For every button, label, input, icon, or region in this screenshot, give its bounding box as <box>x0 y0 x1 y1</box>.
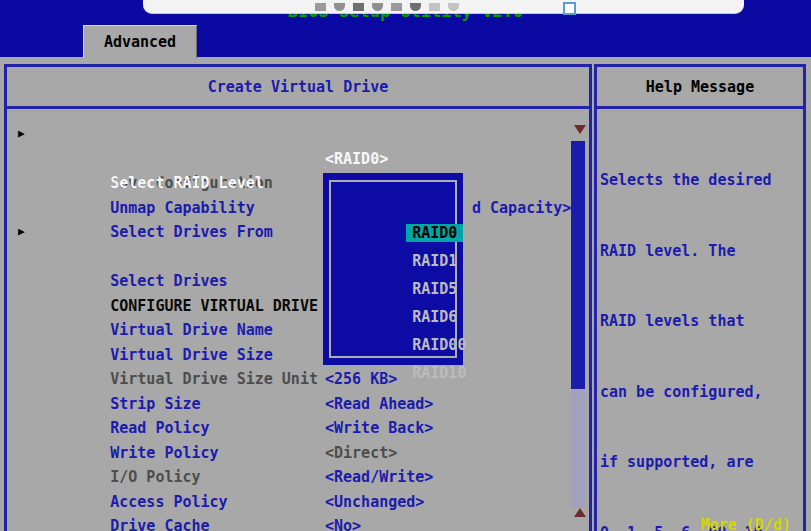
select-raid-level-value[interactable]: <RAID0> <box>325 147 388 172</box>
more-indicator: More (D/d) <box>701 516 791 531</box>
menu-item-select-drives-from[interactable]: Select Drives From d Capacity> <box>7 196 589 221</box>
io-policy-value: <Direct> <box>325 441 397 466</box>
raid-level-dropdown-list: RAID0 RAID1 RAID5 RAID6 RAID00 RAID10 <box>329 180 457 358</box>
menu-item-read-policy[interactable]: Read Policy <Read Ahead> <box>7 392 589 417</box>
help-text: Selects the desired RAID level. The RAID… <box>597 109 803 531</box>
select-drives-from-value-fragment: d Capacity> <box>472 196 571 221</box>
menu-item-write-policy[interactable]: Write Policy <Write Back> <box>7 416 589 441</box>
menu-item-select-drives[interactable]: ▶ Select Drives <box>7 220 589 245</box>
section-header-configure-virtual-drive: CONFIGURE VIRTUAL DRIVE PAR <box>7 269 589 294</box>
drive-cache-value[interactable]: <Unchanged> <box>325 490 424 515</box>
panel-title: Create Virtual Drive <box>7 67 589 109</box>
menu-item-virtual-drive-name[interactable]: Virtual Drive Name <box>7 294 589 319</box>
tab-advanced-label: Advanced <box>104 33 176 51</box>
toolbar-glyph-icon[interactable] <box>315 3 326 11</box>
blue-square-icon[interactable] <box>563 2 576 15</box>
menu-item-access-policy[interactable]: Access Policy <Read/Write> <box>7 465 589 490</box>
tab-advanced[interactable]: Advanced <box>83 25 197 58</box>
toolbar-glyph-icon[interactable] <box>372 3 383 11</box>
help-panel-title: Help Message <box>597 67 803 109</box>
menu-item-drive-cache[interactable]: Drive Cache <Unchanged> <box>7 490 589 515</box>
menu-item-unmap-capability[interactable]: Unmap Capability <box>7 171 589 196</box>
create-virtual-drive-panel: Create Virtual Drive ▶ Save Configuratio… <box>4 64 592 531</box>
menu-item-virtual-drive-size-unit: Virtual Drive Size Unit <box>7 343 589 368</box>
menu-item-virtual-drive-size[interactable]: Virtual Drive Size <box>7 318 589 343</box>
raid-level-dropdown: RAID0 RAID1 RAID5 RAID6 RAID00 RAID10 <box>323 173 463 365</box>
menu-item-select-raid-level[interactable]: Select RAID Level <RAID0> <box>7 147 589 172</box>
dropdown-option-raid0[interactable]: RAID0 <box>331 191 455 219</box>
toolbar-icon-strip <box>315 3 459 11</box>
menu-item-disable-background[interactable]: Disable Background <No> <box>7 514 589 531</box>
remote-console-toolbar <box>143 0 744 14</box>
blank-row <box>7 245 589 270</box>
menu-item-save-configuration: ▶ Save Configuration <box>7 122 589 147</box>
menu-rows: ▶ Save Configuration Select RAID Level <… <box>7 109 589 531</box>
toolbar-glyph-icon[interactable] <box>410 3 421 11</box>
scroll-up-icon[interactable] <box>574 508 586 517</box>
bios-setup-screen: BIOS Setup Utility v2.0 Advanced Create … <box>0 0 811 531</box>
toolbar-glyph-icon[interactable] <box>391 3 402 11</box>
scrollbar-thumb[interactable] <box>571 141 585 389</box>
scroll-down-icon[interactable] <box>574 125 586 134</box>
submenu-arrow-icon: ▶ <box>18 122 25 147</box>
submenu-arrow-icon: ▶ <box>18 220 25 245</box>
toolbar-glyph-icon[interactable] <box>429 3 440 11</box>
toolbar-glyph-icon[interactable] <box>334 3 345 11</box>
toolbar-glyph-icon[interactable] <box>353 3 364 11</box>
toolbar-glyph-icon[interactable] <box>448 3 459 11</box>
menu-item-strip-size[interactable]: Strip Size <256 KB> <box>7 367 589 392</box>
menu-item-io-policy: I/O Policy <Direct> <box>7 441 589 466</box>
help-panel: Help Message Selects the desired RAID le… <box>594 64 806 531</box>
access-policy-value[interactable]: <Read/Write> <box>325 465 433 490</box>
write-policy-value[interactable]: <Write Back> <box>325 416 433 441</box>
scrollbar-track[interactable] <box>571 389 585 508</box>
disable-background-value[interactable]: <No> <box>325 514 361 531</box>
